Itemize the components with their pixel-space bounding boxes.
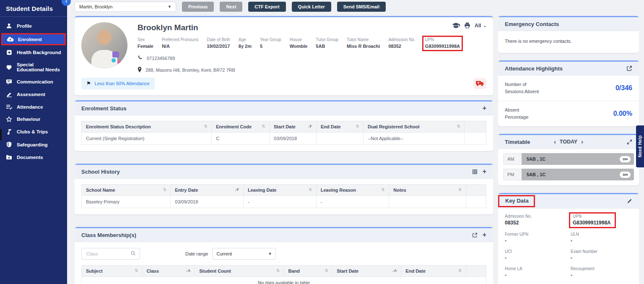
print-icon[interactable] bbox=[464, 22, 470, 29]
sidebar-item-safeguarding[interactable]: Safeguarding bbox=[0, 138, 67, 151]
graduation-cap-icon[interactable] bbox=[452, 23, 460, 29]
quick-letter-button[interactable]: Quick Letter bbox=[292, 2, 331, 12]
ctf-export-button[interactable]: CTF Export bbox=[248, 2, 286, 12]
right-column: Emergency Contacts There is no emergency… bbox=[498, 16, 639, 284]
field-year-group: Year Group5 bbox=[260, 37, 281, 49]
section-title-annotated: Key Data bbox=[498, 195, 535, 207]
kd-admission-no: Admission No.08352 bbox=[505, 214, 566, 227]
kd-former-upn: Former UPN- bbox=[505, 232, 566, 244]
student-selector-dropdown[interactable]: Martin, Brooklyn ▼ bbox=[75, 2, 176, 12]
section-title: School History bbox=[81, 169, 120, 175]
col-school-name[interactable]: School Name⇅ bbox=[82, 185, 171, 196]
col-leaving-reason[interactable]: Leaving Reason⇅ bbox=[316, 185, 389, 196]
col-entry-date[interactable]: Entry Date↓F bbox=[171, 185, 244, 196]
class-memberships-header: Class Membership(s) + bbox=[75, 228, 493, 242]
topbar: Martin, Brooklyn ▼ Previous Next CTF Exp… bbox=[75, 2, 639, 12]
next-button[interactable]: Next bbox=[220, 2, 242, 12]
field-tutor-name: Tutor NameMiss R Broachi bbox=[347, 37, 380, 49]
location-pin-icon bbox=[138, 67, 142, 73]
enrolment-cloud-icon bbox=[7, 36, 14, 42]
sidebar-title: Student Details bbox=[0, 3, 67, 16]
timetable-header: Timetable ‹ TODAY › bbox=[498, 135, 639, 149]
key-data-card: Key Data Admission No.08352 UPNG83099911… bbox=[498, 193, 639, 284]
col-enrolment-status-description[interactable]: Enrolment Status Description⇅ bbox=[82, 121, 212, 133]
empty-table-message: No data available in table bbox=[82, 277, 486, 284]
class-memberships-card: Class Membership(s) + Date range bbox=[75, 227, 493, 284]
col-dual-registered-school[interactable]: Dual Registered School⇅ bbox=[364, 121, 465, 133]
sidebar-item-label: Profile bbox=[17, 23, 32, 29]
sidebar-item-documents[interactable]: Documents bbox=[0, 151, 67, 163]
cell-start-date: 03/09/2018 bbox=[270, 133, 317, 145]
col-end-date[interactable]: End Date⇅ bbox=[317, 121, 364, 133]
table-grid-icon[interactable] bbox=[472, 169, 478, 175]
external-link-icon[interactable] bbox=[626, 65, 632, 71]
sidebar-item-health-background[interactable]: Health Background bbox=[0, 46, 67, 59]
cell-actions bbox=[465, 133, 486, 145]
sidebar-item-special-educational-needs[interactable]: Special Educational Needs bbox=[0, 59, 67, 76]
kd-upn-annotated: UPNG83099911998A bbox=[571, 214, 632, 227]
timetable-nav-label[interactable]: TODAY bbox=[560, 139, 577, 145]
col-notes[interactable]: Notes⇅ bbox=[389, 185, 466, 196]
kd-exam-number: Exam Number- bbox=[571, 249, 632, 261]
flag-icon: ⚑ bbox=[86, 81, 91, 86]
external-link-icon[interactable] bbox=[472, 232, 478, 238]
timetable-card: Timetable ‹ TODAY › AM 5AB , bbox=[498, 134, 639, 185]
col-start-date[interactable]: Start Date↓F bbox=[270, 121, 317, 133]
heart-icon bbox=[5, 65, 13, 70]
content-area: Martin, Brooklyn ▼ Previous Next CTF Exp… bbox=[67, 0, 644, 284]
sidebar-item-profile[interactable]: Profile bbox=[0, 19, 67, 32]
attendance-highlights-card: Attendance Highlights Number ofSessions … bbox=[498, 60, 639, 126]
medical-transport-indicator[interactable] bbox=[473, 78, 486, 89]
phone-icon bbox=[138, 55, 143, 61]
sort-icon: ⇅ bbox=[309, 188, 312, 192]
enrolment-status-table: Enrolment Status Description⇅ Enrolment … bbox=[81, 121, 486, 145]
col-leaving-date[interactable]: Leaving Date⇅ bbox=[243, 185, 316, 196]
chevron-left-icon[interactable]: ‹ bbox=[554, 138, 556, 145]
timetable-row-pm[interactable]: PM 5AB , 1C DH bbox=[503, 169, 634, 180]
cell-end-date bbox=[317, 133, 364, 145]
all-filter-dropdown[interactable]: All ⌄ bbox=[475, 23, 486, 29]
cell-dual-registered-school: --Not Applicable-- bbox=[364, 133, 465, 145]
field-upn-annotated: UPNG83099911998A bbox=[422, 36, 463, 51]
sidebar-item-behaviour[interactable]: Behaviour bbox=[0, 113, 67, 125]
all-filter-value: All bbox=[475, 23, 481, 29]
teacher-initials-badge: DH bbox=[620, 172, 631, 178]
sidebar-item-communication[interactable]: Communication bbox=[0, 76, 67, 88]
sort-icon: ⇅ bbox=[458, 268, 462, 273]
col-class[interactable]: Class↓A bbox=[142, 266, 195, 277]
sidebar-item-assessment[interactable]: Assessment bbox=[0, 88, 67, 101]
sidebar-item-clubs-trips[interactable]: Clubs & Trips bbox=[0, 125, 67, 138]
col-band[interactable]: Band⇅ bbox=[284, 266, 332, 277]
need-help-tab[interactable]: Need Help bbox=[636, 125, 644, 167]
sidebar-item-label: Documents bbox=[17, 155, 43, 160]
previous-button[interactable]: Previous bbox=[182, 2, 214, 12]
section-title: Attendance Highlights bbox=[505, 65, 563, 72]
sidebar-item-enrolment[interactable]: Enrolment bbox=[1, 33, 66, 45]
address-row: 288, Masons Hill, Bromley, Kent, BR72 7R… bbox=[138, 67, 486, 73]
date-range-select[interactable]: Current ▼ bbox=[212, 248, 276, 260]
profile-icon bbox=[5, 23, 13, 29]
col-end-date[interactable]: End Date⇅ bbox=[401, 266, 466, 277]
expand-icon[interactable] bbox=[627, 139, 632, 145]
phone-row: 07123456789 bbox=[138, 55, 486, 61]
col-student-count[interactable]: Student Count⇅ bbox=[195, 266, 284, 277]
class-search-input[interactable] bbox=[86, 251, 130, 257]
edit-pencil-icon[interactable] bbox=[627, 198, 632, 204]
send-sms-email-button[interactable]: Send SMS/Email bbox=[337, 2, 386, 12]
chevron-right-icon[interactable]: › bbox=[581, 138, 583, 145]
chevron-down-icon: ▼ bbox=[268, 252, 272, 256]
add-icon[interactable]: + bbox=[483, 232, 486, 238]
add-icon[interactable]: + bbox=[483, 168, 486, 175]
col-subject[interactable]: Subject⇅ bbox=[82, 266, 143, 277]
timetable-row-am[interactable]: AM 5AB , 1C DH bbox=[503, 153, 634, 165]
add-icon[interactable]: + bbox=[483, 105, 486, 112]
cell-leaving-date: - bbox=[243, 196, 316, 208]
col-enrolment-code[interactable]: Enrolment Code⇅ bbox=[212, 121, 270, 133]
list-check-icon bbox=[5, 104, 13, 109]
section-title: Enrolment Status bbox=[81, 105, 127, 112]
sidebar-item-attendance[interactable]: Attendance bbox=[0, 101, 67, 113]
col-start-date[interactable]: Start Date↓A bbox=[332, 266, 401, 277]
sort-icon: ⇅ bbox=[458, 188, 462, 192]
field-house: HouseWomble bbox=[290, 37, 308, 49]
table-row: Baseley Primary 03/09/2018 - - bbox=[82, 196, 486, 208]
